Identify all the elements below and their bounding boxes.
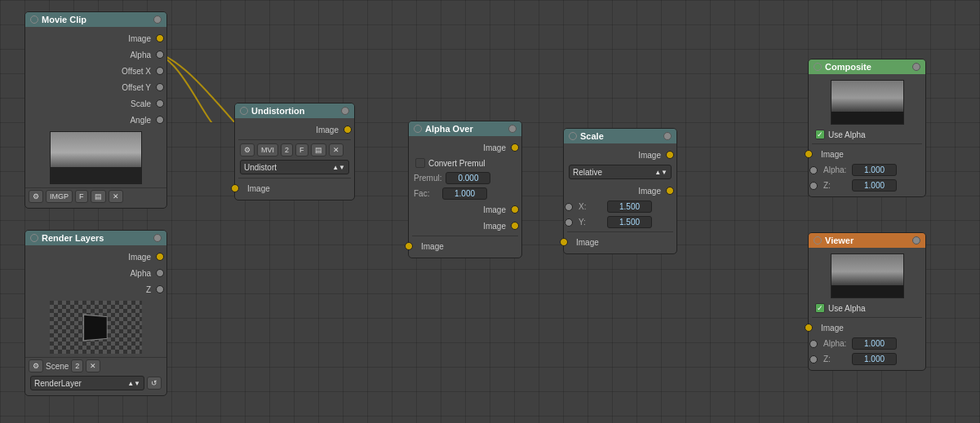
scale-input-row: Image: [564, 147, 676, 163]
movie-clip-f-btn[interactable]: F: [75, 190, 88, 203]
alpha-over-close[interactable]: [508, 125, 517, 133]
scale-output-row: Image: [564, 234, 676, 250]
viewer-z-field[interactable]: 1.000: [852, 353, 897, 365]
movie-clip-imgp-btn[interactable]: IMGP: [46, 190, 73, 203]
viewer-preview: [831, 253, 904, 298]
scale-type-arrow-icon: ▲▼: [654, 169, 667, 176]
rl-settings-btn[interactable]: ⚙: [29, 359, 43, 372]
movie-clip-extra-btn[interactable]: ▤: [91, 190, 106, 203]
undistortion-indicator: [240, 107, 248, 115]
viewer-image-socket[interactable]: [805, 324, 813, 332]
ao-fac-row: Fac: 1.000: [409, 186, 521, 201]
composite-z-field[interactable]: 1.000: [852, 179, 897, 192]
undist-arrow-icon: ▲▼: [332, 164, 345, 171]
composite-node: Composite ✓ Use Alpha Image Alpha: 1.000…: [808, 59, 926, 197]
scale-y-socket[interactable]: [565, 218, 573, 227]
scale-indicator: [569, 132, 577, 140]
ao-convert-row: Convert Premul: [409, 156, 521, 170]
scale-input-socket[interactable]: [666, 151, 674, 159]
rl-count-btn[interactable]: 2: [71, 359, 83, 372]
scale-output-label: Image: [571, 238, 670, 247]
movie-clip-settings-btn[interactable]: ⚙: [29, 190, 43, 203]
ao-premul-field[interactable]: 0.000: [446, 172, 490, 184]
composite-z-socket[interactable]: [809, 182, 818, 190]
scale-y-field[interactable]: 1.500: [607, 216, 652, 228]
composite-close[interactable]: [912, 63, 920, 71]
output-alpha-socket[interactable]: [156, 51, 164, 59]
movie-clip-close[interactable]: [153, 15, 162, 24]
output-offsetx-label: Offset X: [25, 67, 156, 76]
viewer-close[interactable]: [912, 236, 920, 245]
movie-clip-x-btn[interactable]: ✕: [109, 190, 123, 203]
composite-divider: [812, 143, 922, 144]
rl-output-alpha-socket[interactable]: [156, 269, 164, 277]
undist-type-dropdown[interactable]: Undistort ▲▼: [240, 160, 349, 174]
output-offsetx-socket[interactable]: [156, 67, 164, 75]
render-layer-dropdown-value: RenderLayer: [34, 379, 82, 388]
scale-type-value: Relative: [573, 168, 602, 177]
viewer-alpha-field[interactable]: 1.000: [852, 337, 897, 350]
scale-output-socket[interactable]: [560, 238, 568, 246]
undist-output-socket[interactable]: [231, 184, 239, 192]
output-offsety-socket[interactable]: [156, 83, 164, 91]
composite-alpha-field[interactable]: 1.000: [852, 164, 897, 176]
undistortion-header: Undistortion: [235, 104, 354, 118]
scale-input2-socket[interactable]: [666, 187, 674, 195]
rl-refresh-btn[interactable]: ↺: [147, 377, 162, 390]
scale-close[interactable]: [663, 132, 672, 140]
output-scale-row: Scale: [25, 95, 166, 112]
composite-alpha-checkbox[interactable]: ✓: [815, 130, 825, 139]
ao-output-socket[interactable]: [405, 242, 413, 250]
viewer-image-row: Image: [809, 319, 925, 336]
scale-type-dropdown[interactable]: Relative ▲▼: [569, 165, 672, 179]
composite-image-socket[interactable]: [805, 150, 813, 158]
undist-extra-btn[interactable]: ▤: [311, 143, 326, 156]
viewer-alpha-val-socket[interactable]: [809, 340, 818, 348]
undist-x-btn[interactable]: ✕: [329, 143, 344, 156]
viewer-image-label: Image: [816, 324, 919, 333]
undist-input-image-socket[interactable]: [344, 126, 352, 134]
rl-x-btn[interactable]: ✕: [86, 359, 100, 372]
undist-type-value: Undistort: [244, 163, 277, 172]
output-image-socket[interactable]: [156, 34, 164, 42]
ao-output-row: Image: [409, 238, 521, 254]
undist-divider2: [238, 178, 351, 178]
ao-fac-field[interactable]: 1.000: [442, 187, 487, 200]
composite-alpha-val-socket[interactable]: [809, 166, 818, 174]
rl-output-z-socket[interactable]: [156, 285, 164, 293]
output-angle-row: Angle: [25, 112, 166, 128]
output-scale-label: Scale: [25, 99, 156, 108]
output-angle-socket[interactable]: [156, 116, 164, 124]
scale-title: Scale: [580, 131, 604, 141]
undist-settings-btn[interactable]: ⚙: [240, 143, 255, 156]
render-layers-preview: [50, 301, 142, 354]
viewer-node: Viewer ✓ Use Alpha Image Alpha: 1.000 Z:…: [808, 232, 926, 371]
ao-output-label: Image: [416, 242, 515, 251]
render-layer-dropdown[interactable]: RenderLayer ▲▼: [30, 376, 144, 390]
render-layers-indicator: [30, 234, 38, 242]
ao-input2-socket[interactable]: [511, 205, 519, 214]
viewer-z-row: Z: 1.000: [809, 351, 925, 367]
ao-convert-checkbox[interactable]: [415, 158, 425, 168]
viewer-alpha-checkbox[interactable]: ✓: [815, 303, 825, 313]
ao-divider: [412, 236, 518, 236]
viewer-z-label: Z:: [823, 355, 848, 364]
scale-node: Scale Image Relative ▲▼ Image X: 1.500 Y…: [563, 128, 677, 254]
output-image-row: Image: [25, 30, 166, 46]
undist-2-btn[interactable]: 2: [281, 143, 293, 156]
alpha-over-indicator: [414, 125, 422, 133]
viewer-body: ✓ Use Alpha Image Alpha: 1.000 Z: 1.000: [809, 248, 925, 370]
viewer-z-socket[interactable]: [809, 355, 818, 364]
undistortion-close[interactable]: [341, 107, 349, 115]
undist-mvi-btn[interactable]: MVI: [257, 143, 278, 156]
scale-x-socket[interactable]: [565, 203, 573, 211]
ao-input1-socket[interactable]: [511, 143, 519, 152]
movie-clip-indicator: [30, 15, 38, 24]
scale-x-field[interactable]: 1.500: [607, 200, 652, 213]
output-scale-socket[interactable]: [156, 99, 164, 108]
render-layers-close[interactable]: [153, 234, 162, 242]
ao-input3-socket[interactable]: [511, 222, 519, 230]
movie-clip-title: Movie Clip: [42, 15, 86, 24]
undist-f-btn[interactable]: F: [295, 143, 308, 156]
rl-output-image-socket[interactable]: [156, 253, 164, 261]
